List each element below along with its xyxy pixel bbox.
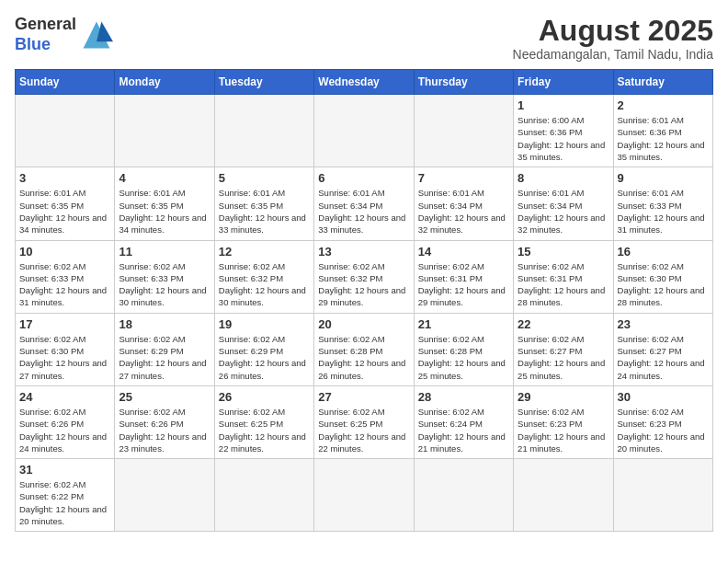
title-area: August 2025 Needamangalan, Tamil Nadu, I… (513, 15, 713, 62)
calendar-cell (414, 459, 513, 532)
calendar-cell: 9Sunrise: 6:01 AM Sunset: 6:33 PM Daylig… (613, 167, 712, 240)
calendar-cell: 17Sunrise: 6:02 AM Sunset: 6:30 PM Dayli… (16, 313, 115, 385)
weekday-header-friday: Friday (514, 70, 613, 95)
day-info: Sunrise: 6:00 AM Sunset: 6:36 PM Dayligh… (518, 114, 609, 163)
calendar-cell: 3Sunrise: 6:01 AM Sunset: 6:35 PM Daylig… (16, 167, 115, 240)
calendar-cell: 1Sunrise: 6:00 AM Sunset: 6:36 PM Daylig… (514, 95, 613, 167)
day-number: 1 (518, 98, 609, 112)
calendar-cell: 21Sunrise: 6:02 AM Sunset: 6:28 PM Dayli… (414, 313, 513, 385)
month-title: August 2025 (513, 15, 713, 47)
calendar-cell (314, 95, 414, 167)
calendar-week-row: 1Sunrise: 6:00 AM Sunset: 6:36 PM Daylig… (16, 95, 713, 167)
calendar-cell: 28Sunrise: 6:02 AM Sunset: 6:24 PM Dayli… (414, 385, 513, 458)
day-number: 17 (19, 317, 110, 331)
day-number: 6 (318, 171, 409, 185)
day-number: 23 (618, 317, 709, 331)
day-info: Sunrise: 6:01 AM Sunset: 6:34 PM Dayligh… (418, 187, 509, 236)
calendar-cell: 30Sunrise: 6:02 AM Sunset: 6:23 PM Dayli… (613, 385, 712, 458)
calendar-cell: 14Sunrise: 6:02 AM Sunset: 6:31 PM Dayli… (414, 240, 513, 313)
day-info: Sunrise: 6:02 AM Sunset: 6:28 PM Dayligh… (318, 333, 409, 382)
weekday-header-thursday: Thursday (414, 70, 513, 95)
day-info: Sunrise: 6:02 AM Sunset: 6:32 PM Dayligh… (318, 260, 409, 309)
logo-general: General (15, 15, 76, 33)
day-number: 29 (518, 390, 609, 404)
day-number: 24 (19, 390, 110, 404)
calendar-cell: 27Sunrise: 6:02 AM Sunset: 6:25 PM Dayli… (314, 385, 414, 458)
weekday-header-saturday: Saturday (613, 70, 712, 95)
day-number: 28 (418, 390, 509, 404)
calendar-cell (414, 95, 513, 167)
calendar-cell: 8Sunrise: 6:01 AM Sunset: 6:34 PM Daylig… (514, 167, 613, 240)
calendar-cell: 25Sunrise: 6:02 AM Sunset: 6:26 PM Dayli… (115, 385, 214, 458)
day-number: 19 (219, 317, 310, 331)
day-info: Sunrise: 6:02 AM Sunset: 6:26 PM Dayligh… (119, 406, 210, 454)
calendar-week-row: 3Sunrise: 6:01 AM Sunset: 6:35 PM Daylig… (16, 167, 713, 240)
calendar-cell: 18Sunrise: 6:02 AM Sunset: 6:29 PM Dayli… (115, 313, 214, 385)
calendar-cell: 20Sunrise: 6:02 AM Sunset: 6:28 PM Dayli… (314, 313, 414, 385)
calendar-week-row: 31Sunrise: 6:02 AM Sunset: 6:22 PM Dayli… (16, 459, 713, 532)
weekday-header-sunday: Sunday (16, 70, 115, 95)
day-info: Sunrise: 6:02 AM Sunset: 6:25 PM Dayligh… (318, 406, 409, 454)
weekday-header-wednesday: Wednesday (314, 70, 414, 95)
day-number: 18 (119, 317, 210, 331)
day-info: Sunrise: 6:02 AM Sunset: 6:31 PM Dayligh… (418, 260, 509, 309)
day-info: Sunrise: 6:01 AM Sunset: 6:34 PM Dayligh… (518, 187, 609, 236)
day-number: 26 (219, 390, 310, 404)
calendar-cell: 24Sunrise: 6:02 AM Sunset: 6:26 PM Dayli… (16, 385, 115, 458)
calendar-cell: 16Sunrise: 6:02 AM Sunset: 6:30 PM Dayli… (613, 240, 712, 313)
day-number: 15 (518, 245, 609, 259)
day-info: Sunrise: 6:01 AM Sunset: 6:35 PM Dayligh… (119, 187, 210, 236)
day-number: 10 (19, 245, 110, 259)
calendar-header-row: SundayMondayTuesdayWednesdayThursdayFrid… (16, 70, 713, 95)
calendar-week-row: 24Sunrise: 6:02 AM Sunset: 6:26 PM Dayli… (16, 385, 713, 458)
day-info: Sunrise: 6:02 AM Sunset: 6:24 PM Dayligh… (418, 406, 509, 454)
day-info: Sunrise: 6:02 AM Sunset: 6:33 PM Dayligh… (19, 260, 110, 309)
day-number: 16 (618, 245, 709, 259)
day-number: 4 (119, 171, 210, 185)
logo: General Blue (15, 15, 113, 54)
day-info: Sunrise: 6:01 AM Sunset: 6:35 PM Dayligh… (219, 187, 310, 236)
calendar-cell (115, 95, 214, 167)
day-number: 22 (518, 317, 609, 331)
calendar-cell: 12Sunrise: 6:02 AM Sunset: 6:32 PM Dayli… (214, 240, 313, 313)
day-info: Sunrise: 6:02 AM Sunset: 6:28 PM Dayligh… (418, 333, 509, 382)
day-number: 12 (219, 245, 310, 259)
day-info: Sunrise: 6:01 AM Sunset: 6:34 PM Dayligh… (318, 187, 409, 236)
weekday-header-monday: Monday (115, 70, 214, 95)
day-number: 31 (19, 463, 110, 477)
day-number: 25 (119, 390, 210, 404)
calendar-week-row: 17Sunrise: 6:02 AM Sunset: 6:30 PM Dayli… (16, 313, 713, 385)
logo-text: General Blue (15, 15, 76, 54)
day-number: 27 (318, 390, 409, 404)
day-info: Sunrise: 6:02 AM Sunset: 6:30 PM Dayligh… (19, 333, 110, 382)
calendar-week-row: 10Sunrise: 6:02 AM Sunset: 6:33 PM Dayli… (16, 240, 713, 313)
day-info: Sunrise: 6:02 AM Sunset: 6:26 PM Dayligh… (19, 406, 110, 454)
day-number: 9 (618, 171, 709, 185)
day-info: Sunrise: 6:02 AM Sunset: 6:29 PM Dayligh… (219, 333, 310, 382)
day-number: 3 (19, 171, 110, 185)
calendar-cell: 15Sunrise: 6:02 AM Sunset: 6:31 PM Dayli… (514, 240, 613, 313)
day-info: Sunrise: 6:02 AM Sunset: 6:30 PM Dayligh… (618, 260, 709, 309)
calendar-cell: 26Sunrise: 6:02 AM Sunset: 6:25 PM Dayli… (214, 385, 313, 458)
calendar-cell (214, 459, 313, 532)
day-info: Sunrise: 6:02 AM Sunset: 6:25 PM Dayligh… (219, 406, 310, 454)
day-number: 11 (119, 245, 210, 259)
day-number: 20 (318, 317, 409, 331)
calendar-cell: 7Sunrise: 6:01 AM Sunset: 6:34 PM Daylig… (414, 167, 513, 240)
day-info: Sunrise: 6:02 AM Sunset: 6:31 PM Dayligh… (518, 260, 609, 309)
calendar-cell (214, 95, 313, 167)
calendar-cell: 13Sunrise: 6:02 AM Sunset: 6:32 PM Dayli… (314, 240, 414, 313)
calendar-cell (613, 459, 712, 532)
day-number: 21 (418, 317, 509, 331)
calendar-cell: 4Sunrise: 6:01 AM Sunset: 6:35 PM Daylig… (115, 167, 214, 240)
calendar-table: SundayMondayTuesdayWednesdayThursdayFrid… (15, 69, 713, 532)
day-info: Sunrise: 6:01 AM Sunset: 6:33 PM Dayligh… (618, 187, 709, 236)
day-number: 8 (518, 171, 609, 185)
day-number: 7 (418, 171, 509, 185)
calendar-cell: 23Sunrise: 6:02 AM Sunset: 6:27 PM Dayli… (613, 313, 712, 385)
day-info: Sunrise: 6:02 AM Sunset: 6:33 PM Dayligh… (119, 260, 210, 309)
calendar-cell (115, 459, 214, 532)
calendar-cell: 2Sunrise: 6:01 AM Sunset: 6:36 PM Daylig… (613, 95, 712, 167)
day-info: Sunrise: 6:01 AM Sunset: 6:36 PM Dayligh… (618, 114, 709, 163)
day-info: Sunrise: 6:02 AM Sunset: 6:27 PM Dayligh… (618, 333, 709, 382)
